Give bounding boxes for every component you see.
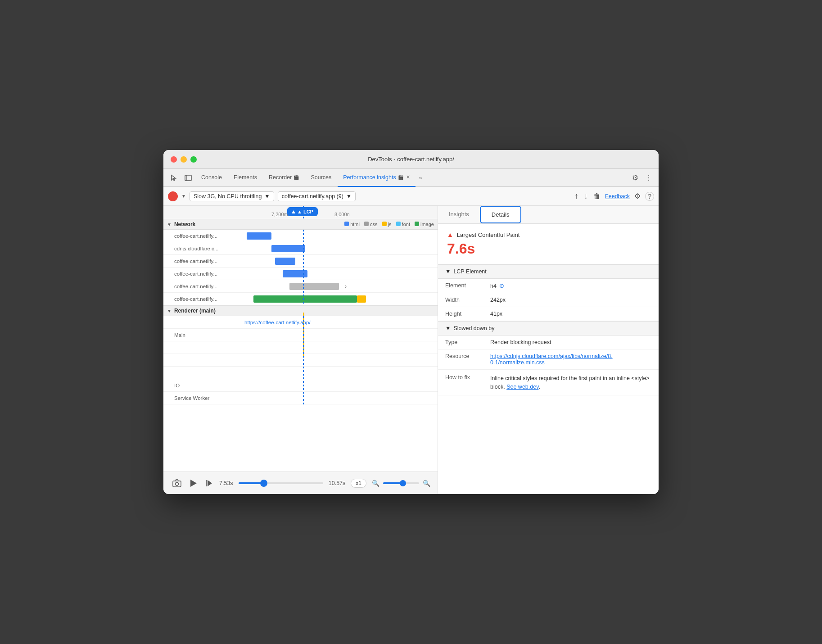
lcp-element-expand-icon[interactable]: ▼ [445,268,451,275]
row-chevron-4[interactable]: › [341,282,350,291]
table-row: coffee-cart.netlify... [163,255,438,268]
type-val: Render blocking request [490,339,551,345]
row-bar-area-0 [244,230,438,242]
svg-marker-4 [190,480,197,487]
height-key: Height [445,311,490,317]
feedback-link[interactable]: Feedback [605,193,630,200]
camera-button[interactable] [171,477,183,489]
warning-triangle-icon: ▲ [447,231,453,238]
slowed-section-header: ▼ Slowed down by [438,321,659,336]
main-area: 7,200ms 8,000n ▲ LCP ▼ Network html cs [163,206,659,494]
cursor-icon-button[interactable] [167,171,181,185]
speed-badge[interactable]: x1 [351,479,366,488]
toolbar-help-icon[interactable]: ? [645,192,654,201]
zoom-out-icon[interactable]: 🔍 [372,480,379,487]
row-bar-area-1 [244,242,438,254]
row-label-3: coffee-cart.netlify... [163,271,244,277]
renderer-io-label: IO [163,383,244,388]
renderer-expand-icon[interactable]: ▼ [167,308,172,313]
zoom-thumb [400,480,406,486]
svg-point-3 [176,482,179,485]
devtools-tab-bar: Console Elements Recorder 🎬 Sources Perf… [163,169,659,187]
timeline-scrubber[interactable] [239,482,323,484]
more-options-button[interactable]: ⋮ [642,172,655,184]
skip-start-button[interactable] [204,478,214,489]
legend-html: html [344,222,360,227]
minimize-button[interactable] [181,156,187,163]
throttle-select[interactable]: Slow 3G, No CPU throttling ▼ [190,191,274,201]
tab-details[interactable]: Details [480,206,521,223]
legend-image: image [415,222,434,227]
lcp-marker-badge: ▲ LCP [287,207,318,216]
bar-0 [247,232,271,240]
right-panel: Insights Details ▲ Largest Contentful Pa… [438,206,659,494]
record-button[interactable] [168,191,178,201]
network-section-header: ▼ Network html css js font image [163,219,438,230]
tab-performance-insights[interactable]: Performance insights 🎬 ✕ [338,169,415,187]
table-row: cdnjs.cloudflare.c... [163,242,438,255]
lcp-element-section-header: ▼ LCP Element [438,264,659,279]
left-panel: 7,200ms 8,000n ▲ LCP ▼ Network html cs [163,206,438,494]
row-label-1: cdnjs.cloudflare.c... [163,246,244,251]
element-val: h4 ⊙ [490,282,504,289]
list-item [163,354,438,367]
bar-4 [289,283,339,290]
lcp-insight-card: ▲ Largest Contentful Paint 7.6s [438,224,659,264]
how-to-fix-row: How to fix Inline critical styles requir… [438,370,659,395]
zoom-in-icon[interactable]: 🔍 [423,480,430,487]
bar-3 [283,270,307,277]
row-label-5: coffee-cart.netlify... [163,296,244,302]
zoom-area: 🔍 🔍 [372,480,430,487]
maximize-button[interactable] [190,156,197,163]
lcp-badge-label: ▲ LCP [297,209,313,214]
recorder-icon: 🎬 [294,175,299,180]
secondary-toolbar: ▼ Slow 3G, No CPU throttling ▼ coffee-ca… [163,187,659,206]
row-bar-area-3 [244,268,438,280]
target-select[interactable]: coffee-cart.netlify.app (9) ▼ [278,191,356,201]
title-bar: DevTools - coffee-cart.netlify.app/ [163,150,659,169]
network-expand-icon[interactable]: ▼ [167,222,172,227]
tab-close-icon[interactable]: ✕ [406,174,410,180]
list-item: IO [163,379,438,392]
upload-button[interactable]: ↑ [574,190,579,202]
see-web-dev-link[interactable]: See web.dev [506,384,538,390]
row-label-0: coffee-cart.netlify... [163,233,244,239]
download-button[interactable]: ↓ [583,190,589,202]
record-dropdown-arrow[interactable]: ▼ [181,194,186,199]
slowed-expand-icon[interactable]: ▼ [445,325,451,331]
lcp-value: 7.6s [447,241,650,257]
bar-5b [357,295,366,303]
tab-overflow-button[interactable]: » [416,173,425,183]
list-item: Main [163,329,438,341]
type-row: Type Render blocking request [438,336,659,349]
play-button[interactable] [189,478,199,489]
element-inspect-icon[interactable]: ⊙ [499,282,504,289]
network-rows: coffee-cart.netlify... cdnjs.cloudflare.… [163,230,438,305]
settings-gear-button[interactable]: ⚙ [629,172,641,184]
list-item [163,367,438,379]
tab-insights[interactable]: Insights [438,206,480,223]
network-section-title: Network [174,221,195,227]
resource-key: Resource [445,353,490,366]
renderer-url-link[interactable]: https://coffee-cart.netlify.app/ [244,320,311,325]
list-item: Service Worker [163,392,438,404]
tab-elements[interactable]: Elements [228,169,262,187]
trash-button[interactable]: 🗑 [592,191,601,201]
width-val: 242px [490,297,506,303]
svg-rect-0 [185,175,191,181]
tab-sources[interactable]: Sources [305,169,337,187]
tab-console[interactable]: Console [196,169,227,187]
how-to-fix-key: How to fix [445,374,490,381]
dock-icon-button[interactable] [181,171,195,185]
window-controls [171,156,197,163]
window-title: DevTools - coffee-cart.netlify.app/ [368,156,454,163]
bar-1 [271,245,305,252]
tab-recorder[interactable]: Recorder 🎬 [263,169,304,187]
renderer-rows: https://coffee-cart.netlify.app/ Main IO [163,316,438,404]
close-button[interactable] [171,156,177,163]
resource-link[interactable]: https://cdnjs.cloudflare.com/ajax/libs/n… [490,353,616,366]
zoom-slider[interactable] [383,482,419,484]
toolbar-settings-icon[interactable]: ⚙ [633,191,641,201]
renderer-main-label: Main [163,332,244,338]
list-item [163,341,438,354]
